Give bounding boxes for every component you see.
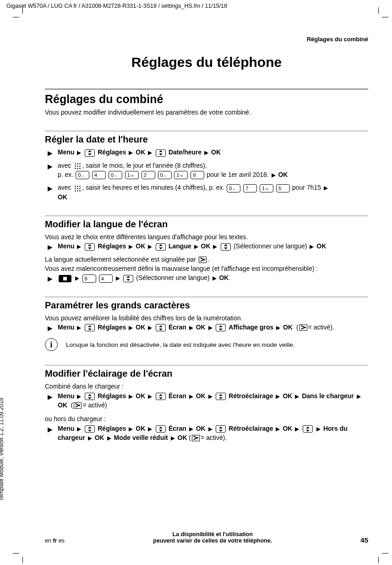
- key-1: 1∞: [174, 171, 188, 179]
- chevron-right-icon: ▶: [76, 426, 82, 432]
- intro-eclairage-1: Combiné dans le chargeur :: [45, 382, 368, 391]
- chevron-right-icon: ▶: [87, 435, 93, 441]
- keypad-icon: [74, 162, 81, 170]
- heading-langue: Modifier la langue de l'écran: [45, 219, 368, 230]
- label-ok: OK: [219, 274, 229, 281]
- nav-updown-icon: [85, 393, 95, 400]
- label-menu: Menu: [58, 425, 75, 432]
- label-ecran: Écran: [169, 425, 186, 432]
- chevron-right-icon: ▶: [128, 393, 134, 400]
- divider: [45, 296, 368, 297]
- label-ok: OK: [211, 148, 221, 156]
- chevron-right-icon: ▶: [294, 393, 300, 400]
- label-langue: Langue: [169, 242, 191, 250]
- chevron-right-icon: ▶: [271, 172, 277, 178]
- chevron-right-icon: ▶: [76, 243, 82, 250]
- chevron-right-icon: ▶: [147, 149, 153, 156]
- page-content: Réglages du combiné Réglages du téléphon…: [45, 36, 368, 456]
- check-icon: [299, 324, 307, 331]
- label-dateheure: Date/heure: [169, 148, 201, 156]
- label-ok: OK: [316, 242, 326, 250]
- nav-updown-icon: [156, 393, 166, 400]
- label-ok: OK: [283, 324, 293, 331]
- chevron-right-icon: ▶: [76, 149, 82, 156]
- section-eclairage: Modifier l'éclairage de l'écran Combiné …: [45, 368, 368, 442]
- label-mode: Mode veille réduit: [114, 434, 168, 441]
- chevron-right-icon: ▶: [128, 243, 134, 250]
- text: , saisir les heures et les minutes (4 ch…: [82, 184, 224, 191]
- intro-combine: Vous pouvez modifier individuellement le…: [45, 108, 368, 117]
- nav-updown-icon: [221, 243, 231, 251]
- label-retro: Rétroéclairage: [229, 425, 273, 432]
- header-path: Gigaset W570A / LUG CA fr / A31008-M2728…: [6, 3, 227, 9]
- nav-updown-icon: [156, 425, 166, 433]
- chevron-right-icon: ▶: [128, 149, 134, 156]
- chevron-right-icon: ▶: [76, 393, 82, 400]
- label-ok: OK: [136, 392, 145, 400]
- nav-updown-icon: [156, 243, 166, 251]
- nav-updown-icon: [85, 324, 95, 331]
- bullet-icon: ▶: [48, 242, 53, 252]
- footer-lang: en fr es: [45, 538, 65, 544]
- nav-updown-icon: [85, 425, 95, 433]
- step-langue-1: ▶ Menu ▶ Réglages ▶ OK ▶ Langue ▶ OK ▶ (…: [45, 241, 368, 251]
- chevron-right-icon: ▶: [316, 426, 321, 432]
- chevron-right-icon: ▶: [212, 243, 218, 250]
- step-eclairage-2: ▶ Menu ▶ Réglages ▶ OK ▶ Écran ▶ OK ▶ Ré…: [45, 424, 368, 443]
- text-langue-wrong: Vous avez malencontreusement défini la m…: [45, 264, 368, 273]
- page-number: 45: [360, 536, 368, 544]
- chevron-right-icon: ▶: [147, 243, 153, 250]
- page-header-right: Réglages du combiné: [45, 36, 368, 43]
- key-8: 8: [191, 171, 204, 179]
- label-ok: OK: [196, 392, 206, 400]
- heading-eclairage: Modifier l'éclairage de l'écran: [45, 368, 368, 379]
- chevron-right-icon: ▶: [207, 426, 213, 432]
- label-affichage: Affichage gros: [229, 324, 273, 331]
- chevron-right-icon: ▶: [309, 243, 315, 250]
- text: = activé).: [308, 324, 334, 331]
- text: avec: [58, 162, 71, 169]
- check-icon: [192, 435, 200, 441]
- bullet-icon: ▶: [48, 324, 53, 333]
- bullet-icon: ▶: [48, 162, 53, 171]
- chevron-right-icon: ▶: [147, 324, 153, 331]
- divider: [45, 215, 368, 216]
- key-1: 1∞: [125, 171, 139, 179]
- chevron-right-icon: ▶: [147, 393, 153, 400]
- chevron-right-icon: ▶: [188, 324, 194, 331]
- label-ok: OK: [278, 171, 288, 178]
- nav-updown-icon: [85, 243, 95, 251]
- text-langue-signal: La langue actuellement sélectionnée est …: [45, 255, 368, 264]
- crop-mark: [371, 14, 382, 25]
- footer-disclaimer: La disponibilité et l'utilisationpeuvent…: [153, 531, 272, 544]
- key-4: 4: [99, 274, 113, 283]
- label-ok: OK: [283, 425, 292, 432]
- key-0: 0⌣: [227, 184, 240, 192]
- label-retro: Rétroéclairage: [229, 392, 273, 400]
- chevron-right-icon: ▶: [207, 393, 213, 400]
- label-dans: Dans le chargeur: [302, 392, 354, 400]
- chevron-right-icon: ▶: [356, 393, 362, 400]
- nav-updown-icon: [216, 425, 226, 433]
- section-date: Régler la date et l'heure ▶ Menu ▶ Régla…: [45, 134, 368, 202]
- text: (Sélectionner une langue): [234, 242, 307, 250]
- key-2: 2: [142, 171, 155, 179]
- intro-langue: Vous avez le choix entre différentes lan…: [45, 232, 368, 241]
- label-ok: OK: [196, 425, 206, 432]
- check-icon: [199, 257, 207, 263]
- bullet-icon: ▶: [48, 274, 53, 283]
- chevron-right-icon: ▶: [275, 426, 281, 432]
- chevron-right-icon: ▶: [294, 426, 300, 432]
- step-langue-2: ▶ ▶ 8 4 ▶ (Sélectionner une langue) ▶ OK: [45, 273, 368, 282]
- heading-combine: Réglages du combiné: [45, 93, 368, 106]
- chevron-right-icon: ▶: [207, 324, 213, 331]
- nav-updown-icon: [216, 393, 226, 400]
- chevron-right-icon: ▶: [106, 435, 112, 441]
- info-icon: i: [45, 338, 58, 351]
- crop-mark: [19, 14, 30, 25]
- label-reglages: Réglages: [98, 148, 126, 156]
- chevron-right-icon: ▶: [275, 324, 281, 331]
- keypad-icon: [74, 185, 81, 192]
- label-reglages: Réglages: [98, 324, 126, 331]
- label-ecran: Écran: [169, 324, 186, 331]
